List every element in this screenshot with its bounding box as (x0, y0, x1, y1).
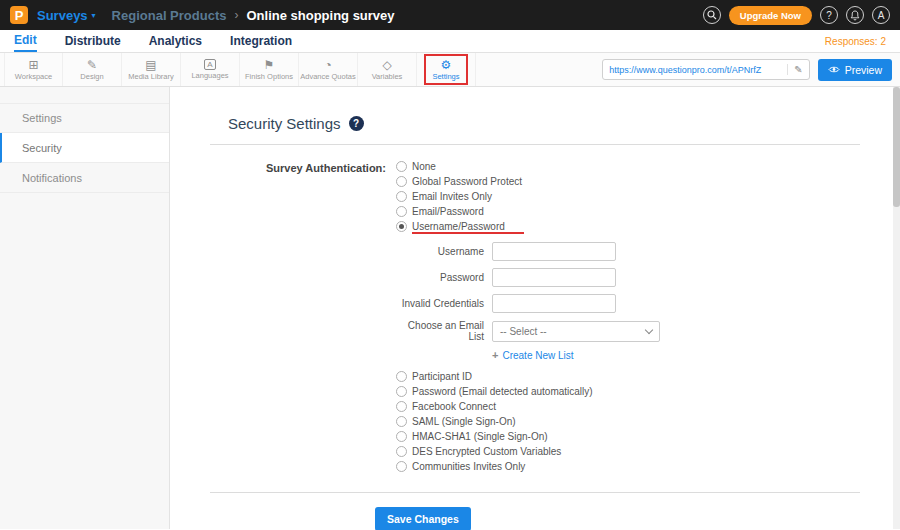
toolbar-item-finish-options[interactable]: ⚑ Finish Options (240, 53, 299, 86)
radio-option-none[interactable]: None (396, 161, 660, 172)
radio-button-icon[interactable] (396, 176, 407, 187)
toolbar-item-settings[interactable]: ⚙ Settings (417, 53, 476, 86)
breadcrumb: Regional Products › Online shopping surv… (112, 8, 395, 23)
toolbar-item-advance-quotas[interactable]: ◔ Advance Quotas (299, 53, 358, 86)
toolbar-item-workspace[interactable]: ⊞ Workspace (4, 53, 63, 86)
settings-sidebar: Settings Security Notifications (0, 87, 170, 529)
invalid-credentials-field[interactable] (492, 294, 616, 313)
create-new-list-link[interactable]: + Create New List (492, 349, 660, 361)
username-label: Username (396, 246, 484, 257)
section-help-icon[interactable]: ? (349, 116, 364, 131)
tab-edit[interactable]: Edit (14, 30, 37, 52)
survey-nav-tabs: Edit Distribute Analytics Integration Re… (0, 30, 900, 53)
save-changes-button[interactable]: Save Changes (375, 507, 471, 530)
advance-quotas-icon: ◔ (324, 59, 331, 71)
top-divider (210, 144, 860, 145)
radio-button-selected-icon[interactable] (396, 221, 407, 232)
radio-button-icon[interactable] (396, 371, 407, 382)
radio-option-communities-invites-only[interactable]: Communities Invites Only (396, 461, 660, 472)
radio-button-icon[interactable] (396, 461, 407, 472)
plus-icon: + (492, 349, 498, 361)
toolbar-item-languages[interactable]: A Languages (181, 53, 240, 86)
upgrade-now-button[interactable]: Upgrade Now (729, 6, 812, 25)
radio-option-global-password-protect[interactable]: Global Password Protect (396, 176, 660, 187)
languages-icon: A (204, 59, 215, 70)
tab-analytics[interactable]: Analytics (149, 30, 202, 52)
design-icon: ✎ (87, 59, 97, 71)
survey-url-input[interactable] (609, 65, 781, 75)
avatar[interactable]: A (872, 6, 890, 24)
invalid-credentials-label: Invalid Credentials (396, 298, 484, 309)
radio-option-participant-id[interactable]: Participant ID (396, 371, 660, 382)
radio-button-icon[interactable] (396, 161, 407, 172)
radio-option-hmac-sha1-sso[interactable]: HMAC-SHA1 (Single Sign-On) (396, 431, 660, 442)
radio-button-icon[interactable] (396, 401, 407, 412)
authentication-form: Survey Authentication: None Global Passw… (210, 161, 860, 476)
radio-button-icon[interactable] (396, 431, 407, 442)
radio-button-icon[interactable] (396, 206, 407, 217)
edit-toolbar: ⊞ Workspace ✎ Design ▤ Media Library A L… (0, 53, 900, 87)
toolbar-item-design[interactable]: ✎ Design (63, 53, 122, 86)
survey-authentication-label: Survey Authentication: (210, 161, 386, 476)
radio-button-icon[interactable] (396, 191, 407, 202)
workspace-icon: ⊞ (28, 59, 38, 71)
tab-integration[interactable]: Integration (230, 30, 292, 52)
annotation-username-password-underline (412, 232, 524, 234)
notifications-bell-icon[interactable] (846, 6, 864, 24)
edit-url-pencil-icon[interactable]: ✎ (787, 64, 802, 75)
media-library-icon: ▤ (145, 59, 156, 71)
page-title: Security Settings (228, 115, 341, 132)
radio-option-username-password[interactable]: Username/Password (396, 221, 660, 232)
password-field[interactable] (492, 268, 616, 287)
sidebar-item-notifications[interactable]: Notifications (0, 163, 169, 193)
toolbar-item-variables[interactable]: ◇ Variables (358, 53, 417, 86)
email-list-label: Choose an Email List (396, 320, 484, 342)
breadcrumb-parent[interactable]: Regional Products (112, 8, 227, 23)
chevron-down-icon: ▾ (92, 11, 96, 20)
radio-option-email-password[interactable]: Email/Password (396, 206, 660, 217)
settings-icon: ⚙ (441, 59, 452, 71)
radio-option-email-invites-only[interactable]: Email Invites Only (396, 191, 660, 202)
toolbar-item-media-library[interactable]: ▤ Media Library (122, 53, 181, 86)
responses-count[interactable]: Responses: 2 (825, 36, 886, 47)
survey-url-field-wrap: ✎ (602, 59, 809, 80)
variables-icon: ◇ (382, 59, 391, 71)
bottom-divider (210, 492, 860, 493)
radio-option-facebook-connect[interactable]: Facebook Connect (396, 401, 660, 412)
toolbar-right: ✎ Preview (602, 53, 900, 86)
radio-option-des-encrypted-variables[interactable]: DES Encrypted Custom Variables (396, 446, 660, 457)
tab-distribute[interactable]: Distribute (65, 30, 121, 52)
password-label: Password (396, 272, 484, 283)
finish-options-icon: ⚑ (264, 59, 275, 71)
email-list-select[interactable]: -- Select -- (492, 321, 660, 342)
scrollbar-thumb[interactable] (893, 87, 900, 207)
radio-button-icon[interactable] (396, 446, 407, 457)
security-settings-panel: Security Settings ? Survey Authenticatio… (170, 87, 900, 529)
radio-option-saml-sso[interactable]: SAML (Single Sign-On) (396, 416, 660, 427)
search-icon[interactable] (703, 6, 721, 24)
page-body: Settings Security Notifications Security… (0, 87, 900, 529)
radio-button-icon[interactable] (396, 416, 407, 427)
preview-button[interactable]: Preview (818, 59, 892, 81)
credentials-fields: Username Password Invalid Credentials Ch… (396, 242, 660, 361)
chevron-down-icon (645, 325, 653, 333)
top-bar: P Surveys ▾ Regional Products › Online s… (0, 0, 900, 30)
username-field[interactable] (492, 242, 616, 261)
sidebar-item-settings[interactable]: Settings (0, 103, 169, 133)
questionpro-logo: P (10, 6, 28, 24)
eye-icon (828, 65, 840, 74)
help-icon[interactable]: ? (820, 6, 838, 24)
breadcrumb-separator: › (234, 8, 238, 22)
surveys-menu[interactable]: Surveys ▾ (37, 8, 96, 23)
radio-option-password-email-detected[interactable]: Password (Email detected automatically) (396, 386, 660, 397)
surveys-menu-label: Surveys (37, 8, 88, 23)
vertical-scrollbar[interactable] (893, 87, 900, 529)
sidebar-item-security[interactable]: Security (0, 133, 169, 163)
breadcrumb-current: Online shopping survey (246, 8, 394, 23)
radio-button-icon[interactable] (396, 386, 407, 397)
topbar-actions: Upgrade Now ? A (703, 6, 890, 25)
